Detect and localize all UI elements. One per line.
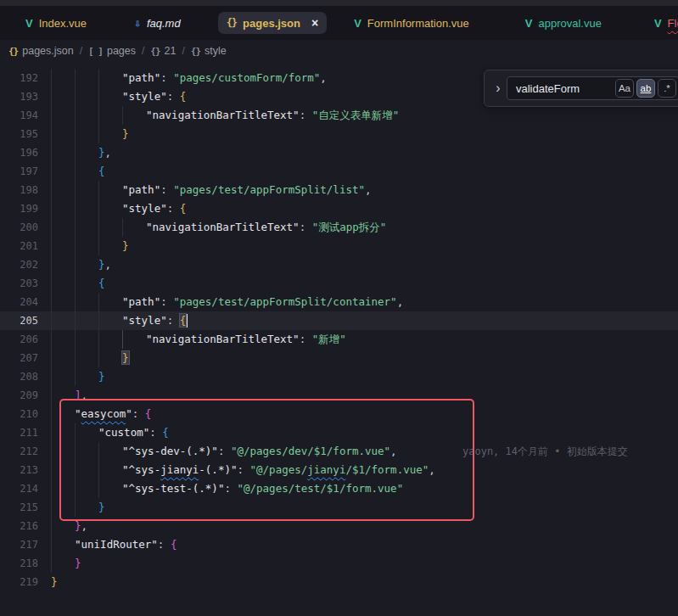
- line-number[interactable]: 204: [0, 293, 51, 311]
- symbol-brackets-icon: [ ]: [88, 46, 103, 57]
- code-line[interactable]: },: [51, 143, 111, 162]
- code-line-row: 199"style": {: [0, 199, 678, 218]
- code-line[interactable]: "^sys-test-(.*)": "@/pages/test/$1/form.…: [51, 479, 403, 498]
- line-number[interactable]: 212: [0, 442, 51, 461]
- line-number[interactable]: 218: [0, 554, 51, 573]
- line-number[interactable]: 203: [0, 274, 51, 293]
- code-editor[interactable]: › Aa ab .* 192"path": "pages/customForm/…: [0, 62, 678, 616]
- whole-word-label: ab: [641, 83, 652, 93]
- code-line[interactable]: }: [51, 367, 105, 386]
- tab-pages.json[interactable]: {}pages.json×: [218, 12, 328, 34]
- code-line-row: 205"style": {: [0, 311, 678, 330]
- code-line[interactable]: "path": "pages/test/appFormSplit/list",: [51, 181, 372, 199]
- tab-FlowInfo.vu[interactable]: VFlowInfo.vu: [646, 12, 678, 34]
- code-line[interactable]: }: [51, 125, 129, 143]
- code-line-row: 206"navigationBarTitleText": "新增": [0, 330, 678, 349]
- code-line[interactable]: }: [51, 554, 81, 573]
- code-line-row: 213"^sys-jianyi-(.*)": "@/pages/jianyi/$…: [0, 461, 678, 479]
- line-number[interactable]: 210: [0, 405, 51, 423]
- tab-Index.vue[interactable]: VIndex.vue: [17, 12, 95, 34]
- line-number[interactable]: 207: [0, 349, 51, 367]
- breadcrumb-label: pages.json: [22, 45, 73, 57]
- code-line[interactable]: "path": "pages/test/appFormSplit/contain…: [51, 293, 403, 311]
- line-number[interactable]: 214: [0, 479, 51, 498]
- line-number[interactable]: 215: [0, 498, 51, 517]
- code-line[interactable]: }: [51, 498, 105, 517]
- close-icon[interactable]: ×: [311, 17, 318, 29]
- breadcrumb-item-21[interactable]: {}21: [150, 45, 176, 57]
- line-number[interactable]: 216: [0, 517, 51, 535]
- indent-guide: [51, 218, 75, 237]
- code-line[interactable]: }: [51, 349, 129, 367]
- code-token: ,: [390, 445, 397, 457]
- line-number[interactable]: 217: [0, 535, 51, 554]
- breadcrumb-item-pages.json[interactable]: {}pages.json: [8, 45, 74, 57]
- code-token: ,: [365, 183, 372, 196]
- line-number[interactable]: 197: [0, 162, 51, 181]
- tab-label: approval.vue: [538, 17, 601, 30]
- code-line[interactable]: },: [51, 255, 111, 274]
- code-line[interactable]: {: [51, 274, 105, 293]
- breadcrumb-item-style[interactable]: {}style: [191, 45, 227, 57]
- tab-approval.vue[interactable]: Vapproval.vue: [517, 12, 610, 34]
- code-token: }: [75, 519, 81, 532]
- whole-word-toggle[interactable]: ab: [636, 79, 655, 98]
- markdown-icon: ⇩: [134, 18, 141, 29]
- indent-guide: [75, 218, 98, 237]
- line-number[interactable]: 208: [0, 367, 51, 386]
- line-number[interactable]: 209: [0, 386, 51, 405]
- indent-guide: [98, 442, 122, 461]
- code-line[interactable]: }: [51, 237, 129, 255]
- code-line[interactable]: "^sys-dev-(.*)": "@/pages/dev/$1/form.vu…: [51, 442, 397, 461]
- code-line[interactable]: "navigationBarTitleText": "自定义表单新增": [51, 106, 399, 125]
- code-line[interactable]: "uniIdRouter": {: [51, 535, 177, 554]
- code-line[interactable]: "path": "pages/customForm/form",: [51, 69, 327, 87]
- code-line[interactable]: ],: [51, 386, 87, 405]
- code-line[interactable]: "navigationBarTitleText": "新增": [51, 330, 346, 349]
- breadcrumb-separator: /: [142, 45, 144, 57]
- code-token: }: [122, 239, 129, 252]
- line-number[interactable]: 194: [0, 106, 51, 125]
- regex-toggle[interactable]: .*: [658, 79, 676, 98]
- line-number[interactable]: 192: [0, 69, 51, 87]
- match-case-toggle[interactable]: Aa: [615, 79, 634, 98]
- line-number[interactable]: 213: [0, 461, 51, 479]
- line-number[interactable]: 195: [0, 125, 51, 143]
- code-token: :: [132, 407, 145, 420]
- line-number[interactable]: 202: [0, 255, 51, 274]
- line-number[interactable]: 196: [0, 143, 51, 162]
- line-number[interactable]: 198: [0, 181, 51, 199]
- code-line[interactable]: "style": {: [51, 87, 186, 106]
- code-token: ": [126, 407, 132, 420]
- find-expand-chevron-icon[interactable]: ›: [490, 81, 507, 96]
- line-number[interactable]: 219: [0, 573, 51, 591]
- line-number[interactable]: 206: [0, 330, 51, 349]
- code-line[interactable]: {: [51, 162, 105, 181]
- line-number[interactable]: 211: [0, 423, 51, 442]
- code-line[interactable]: "custom": {: [51, 423, 169, 442]
- code-line[interactable]: "style": {: [51, 199, 186, 218]
- indent-guide: [75, 181, 98, 199]
- indent-guide: [75, 461, 98, 479]
- code-line[interactable]: "easycom": {: [51, 405, 151, 423]
- code-token: ,: [397, 295, 404, 308]
- tab-FormInformation.vue[interactable]: VFormInformation.vue: [345, 12, 478, 34]
- code-token: :: [158, 538, 171, 551]
- indent-guide: [51, 442, 75, 461]
- symbol-braces-icon: {}: [150, 46, 160, 57]
- code-line[interactable]: },: [51, 517, 87, 535]
- line-number[interactable]: 201: [0, 237, 51, 255]
- line-number[interactable]: 199: [0, 199, 51, 218]
- code-line[interactable]: "navigationBarTitleText": "测试app拆分": [51, 218, 386, 237]
- code-line[interactable]: "style": {: [51, 311, 188, 330]
- breadcrumb-item-pages[interactable]: [ ]pages: [88, 45, 136, 57]
- code-line[interactable]: }: [51, 573, 58, 591]
- indent-guide: [75, 479, 98, 498]
- code-line[interactable]: "^sys-jianyi-(.*)": "@/pages/jianyi/$1/f…: [51, 461, 435, 479]
- line-number[interactable]: 193: [0, 87, 51, 106]
- tab-faq.md[interactable]: ⇩faq.md: [126, 12, 189, 34]
- line-number[interactable]: 200: [0, 218, 51, 237]
- indent-guide: [98, 87, 122, 106]
- indent-guide: [75, 330, 98, 349]
- line-number[interactable]: 205: [0, 311, 51, 330]
